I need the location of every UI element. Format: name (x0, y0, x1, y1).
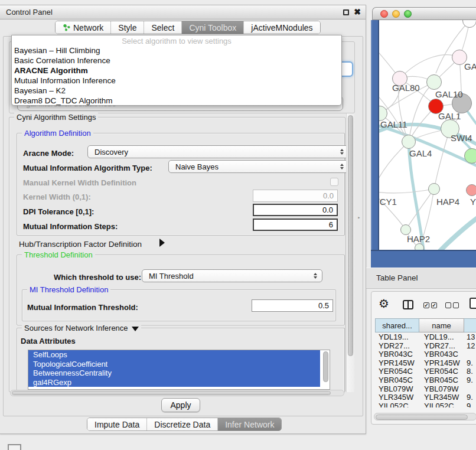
tab-style[interactable]: Style (111, 21, 144, 34)
algorithm-option[interactable]: ARACNE Algorithm (12, 66, 341, 76)
algorithm-option[interactable]: Mutual Information Inference (12, 76, 341, 86)
mi-type-combo[interactable]: Naive Bayes (168, 160, 349, 173)
bottom-tab-impute-data[interactable]: Impute Data (87, 418, 147, 431)
attribute-list-item[interactable]: TopologicalCoefficient (28, 360, 320, 369)
list-scrollbar[interactable] (323, 351, 328, 382)
table-row[interactable]: YIL052CYIL052C9. (375, 402, 476, 407)
network-node[interactable] (466, 184, 476, 196)
which-threshold-label: Which threshold to use: (54, 273, 141, 282)
partial-toolbar-icon[interactable] (470, 298, 476, 309)
network-node[interactable] (415, 243, 424, 250)
column-header-partial[interactable] (464, 318, 476, 332)
mi-type-label: Mutual Information Algorithm Type: (23, 164, 152, 172)
network-node[interactable] (464, 148, 476, 164)
checked-box-icon[interactable]: ✓ (431, 302, 437, 308)
data-attributes-label: Data Attributes (21, 337, 76, 345)
settings-hscrollbar[interactable] (10, 390, 344, 396)
settings-vscrollbar[interactable] (346, 113, 354, 392)
unchecked-box-icon[interactable] (453, 302, 459, 308)
close-icon[interactable]: ✖ (354, 7, 361, 17)
tab-cyni-toolbox[interactable]: Cyni Toolbox (182, 21, 244, 34)
network-node[interactable] (402, 135, 416, 149)
mi-threshold-group: MI Threshold Definition Mutual Informati… (22, 289, 336, 321)
minimize-traffic-light-icon[interactable] (392, 10, 400, 18)
sources-title: Sources for Network Inference (22, 324, 141, 332)
mi-steps-field[interactable]: 6 (253, 219, 338, 231)
node-label: Y (470, 197, 476, 207)
network-node[interactable] (426, 74, 442, 90)
unchecked-box-icon[interactable] (445, 302, 451, 308)
bottom-tab-discretize-data[interactable]: Discretize Data (147, 418, 218, 431)
node-label: GAL11 (380, 119, 407, 129)
float-window-icon[interactable] (343, 9, 349, 15)
bottom-tabs: Impute DataDiscretize DataInfer Network (87, 418, 282, 431)
attribute-list-item[interactable]: SelfLoops (28, 350, 320, 360)
mi-type-value: Naive Bayes (175, 162, 219, 171)
mi-threshold-label: Mutual Information Threshold: (27, 303, 138, 312)
collapsed-panel-icon[interactable] (8, 444, 21, 450)
network-canvas[interactable]: GALGAL80GAL10GAL1GAL11SWI4GAL4GCY1HAP4YH… (379, 20, 476, 250)
kernel-width-value: 0.0 (323, 191, 334, 200)
table-row[interactable]: YLR345WYLR345W9. (375, 393, 476, 402)
column-header-name[interactable]: name (419, 318, 464, 332)
data-attributes-list[interactable]: SelfLoopsTopologicalCoefficientBetweenne… (28, 350, 330, 390)
gear-icon[interactable]: ⚙ (379, 296, 389, 311)
threshold-definition-title: Threshold Definition (22, 250, 95, 259)
control-panel-body: gal-filtered.sif default node Select alg… (3, 36, 363, 416)
columns-icon[interactable] (403, 300, 413, 309)
node-label: SWI4 (451, 133, 472, 143)
algorithm-option[interactable]: Bayesian – Hill Climbing (12, 45, 341, 56)
table-row[interactable]: YBR045CYBR045C9. (375, 376, 476, 385)
zoom-traffic-light-icon[interactable] (404, 10, 412, 18)
attribute-list-item[interactable]: gal4RGexp (28, 378, 320, 387)
node-label: GAL80 (392, 83, 420, 93)
table-row[interactable]: YPR145WYPR145W9. (375, 359, 476, 368)
bottom-tab-infer-network[interactable]: Infer Network (218, 418, 281, 431)
control-panel-title: Control Panel (6, 8, 53, 17)
expand-arrow-icon[interactable] (159, 239, 165, 247)
dpi-tolerance-label: DPI Tolerance [0,1]: (23, 207, 94, 216)
tab-jactivemnodules[interactable]: jActiveMNodules (244, 21, 319, 34)
screen: Control Panel ✖ NetworkStyleSelectCyni T… (0, 0, 476, 450)
hub-tf-label: Hub/Transcription Factor Definition (19, 240, 142, 249)
algorithm-option[interactable]: Bayesian – K2 (12, 86, 341, 96)
dpi-tolerance-field[interactable]: 0.0 (253, 204, 338, 216)
table-row[interactable]: YDL19...YDL19...13 (375, 333, 476, 342)
algorithm-definition-group: Algorithm Definition Aracne Mode: Discov… (17, 133, 345, 236)
control-panel-tabs: NetworkStyleSelectCyni ToolboxjActiveMNo… (55, 21, 321, 34)
table-row[interactable]: YBR043CYBR043C (375, 350, 476, 359)
pane-divider-arrow-icon[interactable]: ‣ (357, 215, 360, 221)
kernel-width-label: Kernel Width (0,1): (23, 193, 91, 201)
algorithm-option[interactable]: Dream8 DC_TDC Algorithm (12, 96, 341, 106)
manual-kernel-checkbox[interactable] (330, 178, 338, 186)
combo-arrows-icon (340, 149, 344, 155)
mi-threshold-field[interactable]: 0.5 (252, 299, 333, 312)
collapse-arrow-icon[interactable] (132, 327, 139, 331)
table-header: shared... name (375, 318, 476, 332)
apply-button[interactable]: Apply (161, 398, 200, 412)
network-node[interactable] (428, 183, 440, 195)
table-rows[interactable]: YDL19...YDL19...13YDR27...YDR27...12YBR0… (375, 333, 476, 407)
algorithm-definition-title: Algorithm Definition (22, 129, 93, 138)
table-row[interactable]: YBL079WYBL079W (375, 385, 476, 394)
kernel-width-field[interactable]: 0.0 (253, 190, 338, 202)
node-label: GAL4 (409, 148, 432, 158)
tab-select[interactable]: Select (144, 21, 182, 34)
which-threshold-combo[interactable]: MI Threshold (142, 269, 322, 282)
attribute-list-item[interactable]: BetweennessCentrality (28, 369, 320, 378)
node-label: HAP4 (436, 197, 459, 207)
network-window-titlebar[interactable] (372, 7, 476, 20)
control-panel-titlebar: Control Panel ✖ (0, 5, 366, 19)
table-row[interactable]: YDR27...YDR27...12 (375, 342, 476, 351)
tab-network[interactable]: Network (56, 21, 111, 34)
checked-box-icon[interactable]: ✓ (423, 302, 429, 308)
aracne-mode-combo[interactable]: Discovery (87, 145, 349, 158)
table-panel-titlebar: Table Panel (366, 268, 476, 289)
aracne-mode-value: Discovery (94, 148, 128, 156)
network-window-frame (371, 250, 476, 268)
close-traffic-light-icon[interactable] (380, 10, 388, 18)
column-header-shared-name[interactable]: shared... (375, 318, 419, 332)
table-row[interactable]: YER054CYER054C8. (375, 367, 476, 376)
algorithm-option[interactable]: Basic Correlation Inference (12, 56, 341, 66)
table-hscrollbar[interactable] (374, 413, 476, 420)
